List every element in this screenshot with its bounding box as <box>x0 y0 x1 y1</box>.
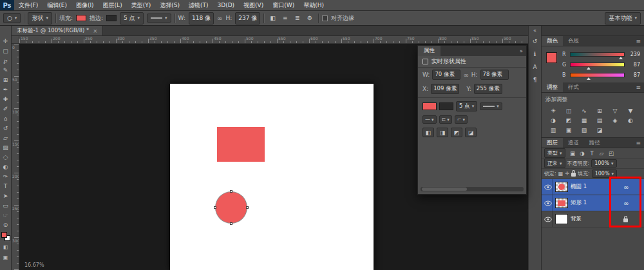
fill-swatch[interactable] <box>76 15 86 21</box>
shape-fill-swatch[interactable] <box>422 102 437 110</box>
layer-thumbnail[interactable] <box>555 214 568 224</box>
curves-icon[interactable]: ∿ <box>576 106 592 115</box>
lasso-tool[interactable]: ℘ <box>0 55 12 65</box>
width-field[interactable]: 118 像 <box>189 12 214 24</box>
layers-panel-menu-icon[interactable]: ≡ <box>632 138 644 148</box>
threshold-icon[interactable]: ▣ <box>561 125 576 135</box>
filter-type-icon[interactable]: T <box>588 150 596 157</box>
filter-shape-icon[interactable]: ▱ <box>598 150 606 157</box>
red-channel-value[interactable]: 239 <box>627 52 640 57</box>
layers-tab-0[interactable]: 图层 <box>542 138 563 148</box>
shape-stroke-swatch[interactable] <box>439 102 453 110</box>
anchor-point-right[interactable] <box>246 206 249 209</box>
selective-color-icon[interactable]: ◪ <box>592 125 607 135</box>
history-brush-tool[interactable]: ↺ <box>0 123 12 133</box>
fill-opacity-field[interactable]: 100% ▾ <box>592 169 617 178</box>
type-tool[interactable]: T <box>0 181 12 191</box>
layers-tab-2[interactable]: 路径 <box>584 138 605 148</box>
link-wh-icon[interactable]: ∞ <box>463 72 468 79</box>
subtract-shape-button[interactable]: ◨ <box>437 128 448 137</box>
foreground-color-swatch[interactable] <box>1 232 7 238</box>
eraser-tool[interactable]: ▱ <box>0 133 12 142</box>
layer-row-ellipse[interactable]: 椭圆 1 ∞ <box>542 179 644 195</box>
workspace-switcher-button[interactable]: 基本功能 ▾ <box>605 12 641 24</box>
color-tab-1[interactable]: 色板 <box>563 36 584 46</box>
foreground-swatch[interactable] <box>546 52 557 63</box>
color-lookup-icon[interactable]: ◈ <box>607 115 623 125</box>
blend-mode-select[interactable]: 正常 ▾ <box>544 159 565 168</box>
shape-stroke-width-select[interactable]: 5 点 ▾ <box>456 101 477 111</box>
link-layers-icon[interactable]: ∞ <box>623 184 629 191</box>
crop-tool[interactable]: ⊞ <box>0 75 12 84</box>
shape-width-field[interactable]: 70 像素 <box>432 70 460 80</box>
menu-file[interactable]: 文件(F) <box>14 1 43 10</box>
stroke-align-select[interactable]: —▾ <box>422 115 437 124</box>
exposure-icon[interactable]: ⊞ <box>592 106 607 115</box>
menu-layer[interactable]: 图层(L) <box>99 1 127 10</box>
document-canvas[interactable] <box>170 84 374 270</box>
green-channel-value[interactable]: 87 <box>627 62 640 68</box>
rectangular-marquee-tool[interactable]: ▢ <box>0 46 12 55</box>
menu-edit[interactable]: 编辑(E) <box>43 1 71 10</box>
stroke-type-select[interactable]: ▾ <box>147 14 171 23</box>
layers-tab-1[interactable]: 通道 <box>563 138 584 148</box>
green-slider[interactable] <box>570 63 625 67</box>
lock-all-icon[interactable] <box>571 173 576 177</box>
properties-panel-titlebar[interactable]: 属性 » <box>418 46 526 56</box>
gradient-tool[interactable]: ▨ <box>0 142 12 152</box>
filter-adjustment-icon[interactable]: ◑ <box>578 150 587 157</box>
zoom-tool[interactable]: ⊙ <box>0 220 12 229</box>
settings-gear-icon[interactable]: ⚙ <box>304 13 315 23</box>
properties-tab[interactable]: 属性 <box>418 46 440 56</box>
color-balance-icon[interactable]: ◑ <box>545 115 561 125</box>
layer-thumbnail[interactable] <box>555 182 568 192</box>
align-edges-checkbox[interactable] <box>322 15 328 21</box>
scrollbar-thumb[interactable] <box>422 188 467 191</box>
menu-filter[interactable]: 滤镜(T) <box>184 1 213 10</box>
stroke-cap-select[interactable]: ⊏▾ <box>439 115 452 124</box>
visibility-eye-icon[interactable] <box>544 195 553 211</box>
blue-slider[interactable] <box>570 73 625 77</box>
shape-height-field[interactable]: 78 像素 <box>480 70 509 80</box>
vibrance-icon[interactable]: ▽ <box>607 106 623 115</box>
properties-scrollbar[interactable] <box>421 187 524 191</box>
layer-name[interactable]: 矩形 1 <box>571 199 616 207</box>
info-panel-icon[interactable]: ℹ <box>530 49 540 59</box>
invert-icon[interactable]: ◐ <box>623 115 638 125</box>
layer-filter-select[interactable]: 类型 ▾ <box>544 148 565 158</box>
layer-name[interactable]: 椭圆 1 <box>571 183 616 191</box>
blur-tool[interactable]: ◌ <box>0 152 12 162</box>
menu-3d[interactable]: 3D(D) <box>213 2 239 8</box>
shape-y-field[interactable]: 255 像素 <box>474 84 502 94</box>
shape-stroke-type-select[interactable]: ▾ <box>480 102 502 110</box>
quick-mask-button[interactable]: ◧ <box>0 243 12 251</box>
visibility-eye-icon[interactable] <box>544 211 553 227</box>
move-tool[interactable]: ✛ <box>0 36 12 46</box>
levels-icon[interactable]: ◫ <box>561 106 576 115</box>
expand-panels-icon[interactable]: « <box>533 28 536 34</box>
tool-mode-select[interactable]: 形状 ▾ <box>28 12 52 24</box>
color-panel-menu-icon[interactable]: ≡ <box>632 36 644 46</box>
adjustments-panel-menu-icon[interactable]: ≡ <box>632 82 644 92</box>
posterize-icon[interactable]: ▥ <box>545 125 561 135</box>
layer-row-rectangle[interactable]: 矩形 1 ∞ <box>542 195 644 211</box>
adjustments-tab-1[interactable]: 样式 <box>563 82 584 92</box>
gradient-map-icon[interactable]: ▧ <box>576 125 592 135</box>
filter-smartobject-icon[interactable]: ◰ <box>607 150 616 157</box>
hue-saturation-icon[interactable]: ▼ <box>623 106 638 115</box>
height-field[interactable]: 237 像 <box>235 12 260 24</box>
rectangle-shape[interactable] <box>217 127 265 162</box>
menu-select[interactable]: 选择(S) <box>155 1 184 10</box>
slider-thumb[interactable] <box>587 77 591 80</box>
anchor-point-left[interactable] <box>214 206 216 209</box>
clone-stamp-tool[interactable]: ⌂ <box>0 113 12 123</box>
character-panel-icon[interactable]: A <box>530 62 540 72</box>
layer-name[interactable]: 背景 <box>571 215 616 223</box>
stroke-swatch[interactable] <box>106 15 117 21</box>
anchor-point-bottom[interactable] <box>230 222 232 225</box>
brush-tool[interactable]: ✐ <box>0 104 12 113</box>
photo-filter-icon[interactable]: ▦ <box>576 115 592 125</box>
link-dimensions-icon[interactable]: ∞ <box>217 15 222 22</box>
paragraph-panel-icon[interactable]: ¶ <box>530 75 540 85</box>
slider-thumb[interactable] <box>619 57 623 59</box>
